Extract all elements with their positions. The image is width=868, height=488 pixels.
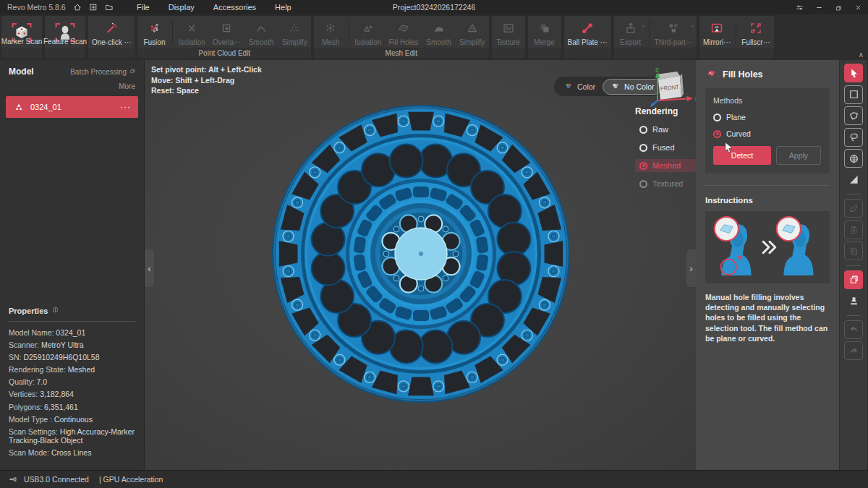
select-arrow-button[interactable] — [844, 64, 863, 82]
toolbar-button-marker-scan[interactable]: Marker Scan — [1, 16, 42, 48]
minimize-button[interactable] — [809, 1, 829, 14]
pc-smooth-icon — [252, 20, 270, 37]
delete-icon — [847, 223, 861, 236]
toolbar-group: Ball Plate ··· — [563, 15, 612, 59]
dedup-icon — [847, 273, 861, 286]
rendering-option-raw[interactable]: Raw — [635, 123, 696, 136]
main-toolbar: Marker Scan Feature Scan One-click ··· F… — [0, 14, 868, 60]
toolbar-group-label-empty — [1, 48, 42, 59]
merge-icon — [536, 20, 553, 37]
instructions-illustration — [705, 211, 830, 283]
menu-accessories[interactable]: Accessories — [204, 3, 265, 12]
info-icon[interactable] — [51, 306, 59, 315]
stamp-button[interactable] — [844, 291, 863, 310]
toolbar-button-label: Export — [620, 38, 641, 46]
more-button[interactable]: More — [0, 77, 144, 95]
rendering-option-label: Raw — [652, 125, 668, 134]
toolbar-button-mirrori[interactable]: Mirrori··· — [699, 16, 734, 48]
sphere-select-button[interactable] — [844, 149, 863, 168]
tool-strip-divider — [846, 315, 861, 316]
detect-button[interactable]: Detect — [713, 146, 771, 165]
rect-select-button[interactable] — [844, 85, 863, 104]
toolbar-button-feature-scan[interactable]: Feature Scan — [45, 16, 85, 48]
methods-card: Methods PlaneCurved Detect Apply — [705, 88, 830, 174]
toolbar-divider — [172, 20, 173, 44]
ball-plate-icon — [579, 20, 596, 37]
settings-icon[interactable] — [790, 1, 809, 14]
orientation-gizmo[interactable]: FRONT Z X — [647, 66, 696, 112]
toolbar-button-label: Fullscr··· — [741, 38, 770, 46]
home-icon[interactable] — [69, 1, 85, 14]
batch-processing-button[interactable]: Batch Processing — [70, 67, 137, 77]
property-row-polygons: Polygons: 6,351,461 — [9, 403, 135, 412]
apply-button[interactable]: Apply — [776, 146, 821, 165]
toolbar-group-label-empty — [699, 48, 774, 59]
brush-button — [844, 199, 863, 218]
gpu-status: | GPU Acceleration — [99, 475, 163, 484]
toolbar-button-mesh: Mesh — [314, 16, 347, 48]
chevron-down-icon[interactable] — [639, 20, 647, 33]
invert-select-button[interactable] — [844, 171, 863, 189]
pc-isolation-icon — [183, 20, 200, 37]
color-circles-icon — [563, 81, 574, 93]
toolbar-button-label: Isolation — [178, 38, 205, 46]
radio-icon — [713, 114, 721, 121]
poly-select-button[interactable] — [844, 106, 863, 125]
menu-help[interactable]: Help — [265, 3, 301, 12]
toolbar-button-one-click[interactable]: One-click ··· — [88, 16, 135, 48]
sphere-select-icon — [847, 152, 861, 166]
dedup-button[interactable] — [844, 270, 863, 289]
color-toggle-color[interactable]: Color — [556, 79, 603, 95]
close-button[interactable] — [848, 1, 868, 14]
copy-icon — [847, 244, 861, 258]
batch-processing-icon — [129, 67, 137, 77]
toolbar-button-smooth: Smooth — [422, 16, 456, 48]
usb-icon — [7, 474, 19, 485]
toolbar-button-label: Mesh — [322, 38, 339, 46]
menu-display[interactable]: Display — [159, 3, 204, 12]
toolbar-button-smooth: Smooth — [244, 16, 278, 48]
app-window: Revo Metro 5.8.6 FileDisplayAccessoriesH… — [0, 0, 868, 488]
toolbar-button-label: Simplify — [459, 38, 485, 46]
instructions-text: Manual hole filling involves detecting a… — [705, 292, 830, 343]
maximize-button[interactable] — [829, 1, 848, 14]
rendering-option-meshed[interactable]: Meshed — [635, 159, 696, 172]
toolbar-group: Mirrori···Fullscr··· — [699, 15, 775, 59]
toolbar-collapse-icon[interactable]: ∧ — [859, 51, 864, 59]
menu-file[interactable]: File — [127, 3, 159, 12]
radio-icon — [639, 144, 647, 152]
invert-select-icon — [847, 173, 861, 187]
toolbar-button-fusion[interactable]: Fusion — [137, 16, 171, 48]
method-option-label: Curved — [726, 129, 751, 138]
model-3d-wheel-mesh[interactable] — [145, 60, 696, 470]
methods-title: Methods — [713, 96, 822, 105]
model-item-menu-icon[interactable]: ··· — [120, 102, 131, 112]
model-list-item-selected[interactable]: 0324_01 ··· — [6, 96, 138, 118]
usb-status: USB3.0 Connected — [24, 475, 89, 484]
redo-button — [844, 341, 863, 360]
method-option-plane[interactable]: Plane — [713, 113, 822, 121]
toolbar-button-label: Smooth — [426, 38, 451, 46]
rendering-option-fused[interactable]: Fused — [635, 141, 696, 154]
lasso-select-button[interactable] — [844, 128, 863, 147]
open-project-icon[interactable] — [101, 1, 117, 14]
new-project-icon[interactable] — [85, 1, 101, 14]
toolbar-button-label: Fill Holes — [388, 38, 418, 46]
toolbar-group-mesh-edit: MeshIsolationFill HolesSmoothSimplifyMes… — [313, 15, 489, 59]
collapse-left-panel-button[interactable]: ‹ — [145, 249, 154, 287]
batch-processing-label: Batch Processing — [70, 68, 127, 76]
rendering-option-label: Fused — [652, 143, 675, 152]
property-row-scan-settings: Scan Settings: High Accuracy-Marker Trac… — [9, 427, 135, 445]
select-arrow-icon — [847, 67, 861, 80]
3d-viewport[interactable]: Set pivot point: Alt + Left-ClickMove: S… — [145, 60, 696, 470]
toolbar-divider — [736, 20, 736, 44]
toolbar-button-label: Ball Plate ··· — [568, 38, 608, 46]
chevron-down-icon[interactable] — [689, 20, 697, 33]
toolbar-button-label: Fusion — [143, 38, 165, 46]
method-option-curved[interactable]: Curved — [713, 129, 822, 138]
properties-section: Properties Model Name: 0324_01Scanner: M… — [0, 306, 144, 461]
copy-button — [844, 241, 863, 260]
collapse-right-panel-button[interactable]: › — [686, 249, 696, 287]
toolbar-button-ball-plate[interactable]: Ball Plate ··· — [564, 16, 611, 48]
toolbar-button-fullscr[interactable]: Fullscr··· — [738, 16, 773, 48]
